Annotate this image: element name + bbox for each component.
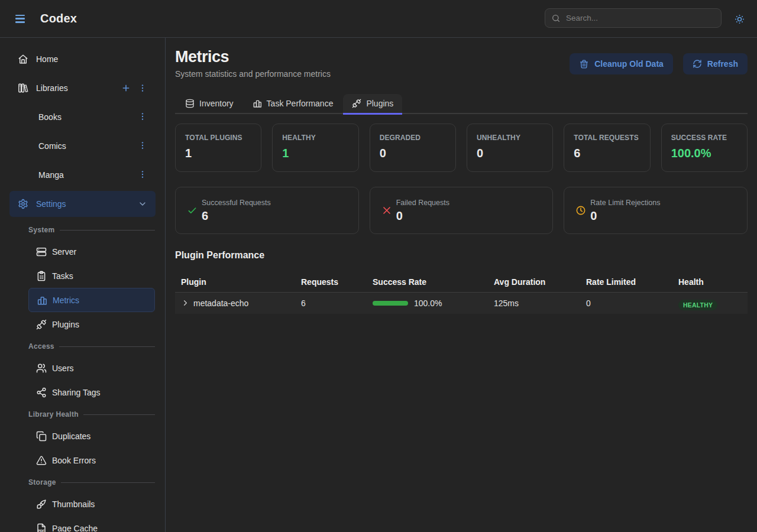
svg-text:PDF: PDF — [38, 529, 45, 532]
